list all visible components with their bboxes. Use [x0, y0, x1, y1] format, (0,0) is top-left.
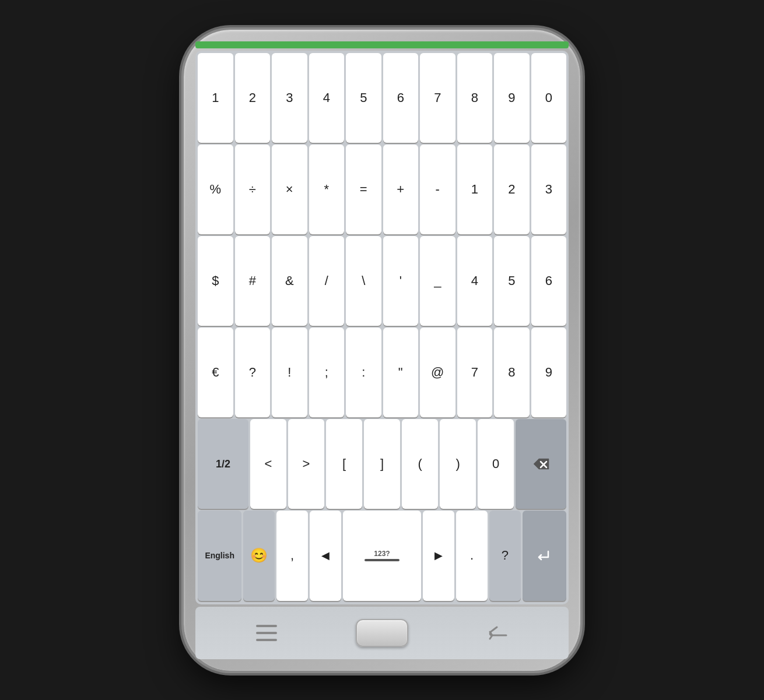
key-9b[interactable]: 9: [531, 328, 567, 417]
key-ampersand[interactable]: &: [272, 236, 307, 326]
key-divide[interactable]: ÷: [235, 145, 271, 234]
key-6[interactable]: 6: [383, 53, 419, 143]
keyboard-row-5: 1/2 < > [ ] ( ) 0: [198, 419, 566, 509]
nav-menu-button[interactable]: [249, 621, 284, 645]
key-lt[interactable]: <: [250, 419, 286, 509]
key-half[interactable]: 1/2: [198, 419, 248, 509]
key-emoji[interactable]: 😊: [243, 511, 275, 600]
key-plus[interactable]: +: [383, 145, 419, 234]
key-asterisk[interactable]: *: [309, 145, 345, 234]
key-apostrophe[interactable]: ': [383, 236, 419, 326]
key-hash[interactable]: #: [235, 236, 271, 326]
keyboard-row-6: English 😊 , ◀ 123? ▶ . ?: [198, 511, 566, 600]
key-comma[interactable]: ,: [276, 511, 308, 600]
phone-frame: 1 2 3 4 5 6 7 8 9 0 % ÷ × * = + - 1: [184, 30, 580, 671]
nav-home-button[interactable]: [356, 619, 408, 647]
key-7b[interactable]: 7: [457, 328, 493, 417]
key-multiply[interactable]: ×: [272, 145, 307, 234]
key-8[interactable]: 8: [457, 53, 493, 143]
status-bar: [195, 41, 569, 48]
screen-area: 1 2 3 4 5 6 7 8 9 0 % ÷ × * = + - 1: [195, 51, 569, 604]
key-8b[interactable]: 8: [494, 328, 530, 417]
key-3[interactable]: 3: [272, 53, 307, 143]
keyboard-row-4: € ? ! ; : " @ 7 8 9: [198, 328, 566, 417]
key-3b[interactable]: 3: [531, 145, 567, 234]
key-english[interactable]: English: [198, 511, 241, 600]
key-backspace[interactable]: [516, 419, 566, 509]
key-dquote[interactable]: ": [383, 328, 419, 417]
key-euro[interactable]: €: [198, 328, 233, 417]
bottom-nav-bar: [195, 607, 569, 659]
key-underscore[interactable]: _: [420, 236, 455, 326]
key-space[interactable]: 123?: [343, 511, 422, 600]
key-gt[interactable]: >: [288, 419, 324, 509]
key-question[interactable]: ?: [235, 328, 271, 417]
key-percent[interactable]: %: [198, 145, 233, 234]
key-colon[interactable]: :: [346, 328, 381, 417]
key-2[interactable]: 2: [235, 53, 271, 143]
key-0b[interactable]: 0: [478, 419, 514, 509]
key-arrow-right[interactable]: ▶: [423, 511, 454, 600]
key-exclaim[interactable]: !: [272, 328, 307, 417]
key-close-paren[interactable]: ): [440, 419, 476, 509]
key-close-bracket[interactable]: ]: [364, 419, 400, 509]
key-dot[interactable]: .: [456, 511, 488, 600]
key-0[interactable]: 0: [531, 53, 567, 143]
key-2b[interactable]: 2: [494, 145, 530, 234]
key-7[interactable]: 7: [420, 53, 455, 143]
nav-back-button[interactable]: [480, 621, 515, 645]
key-arrow-left[interactable]: ◀: [310, 511, 341, 600]
keyboard-row-2: % ÷ × * = + - 1 2 3: [198, 145, 566, 234]
key-4[interactable]: 4: [309, 53, 345, 143]
key-9[interactable]: 9: [494, 53, 530, 143]
key-at[interactable]: @: [420, 328, 455, 417]
menu-icon: [256, 625, 277, 641]
key-semicolon[interactable]: ;: [309, 328, 345, 417]
key-fslash[interactable]: /: [309, 236, 345, 326]
key-bslash[interactable]: \: [346, 236, 381, 326]
key-equals[interactable]: =: [346, 145, 381, 234]
key-minus[interactable]: -: [420, 145, 455, 234]
key-1b[interactable]: 1: [457, 145, 493, 234]
keyboard-row-1: 1 2 3 4 5 6 7 8 9 0: [198, 53, 566, 143]
keyboard-row-3: $ # & / \ ' _ 4 5 6: [198, 236, 566, 326]
key-5[interactable]: 5: [346, 53, 381, 143]
key-enter[interactable]: [523, 511, 566, 600]
key-open-bracket[interactable]: [: [326, 419, 362, 509]
key-open-paren[interactable]: (: [402, 419, 438, 509]
key-5b[interactable]: 5: [494, 236, 530, 326]
key-1[interactable]: 1: [198, 53, 233, 143]
key-6b[interactable]: 6: [531, 236, 567, 326]
keyboard-container: 1 2 3 4 5 6 7 8 9 0 % ÷ × * = + - 1: [195, 51, 569, 604]
key-question2[interactable]: ?: [489, 511, 521, 600]
key-4b[interactable]: 4: [457, 236, 493, 326]
key-dollar[interactable]: $: [198, 236, 233, 326]
